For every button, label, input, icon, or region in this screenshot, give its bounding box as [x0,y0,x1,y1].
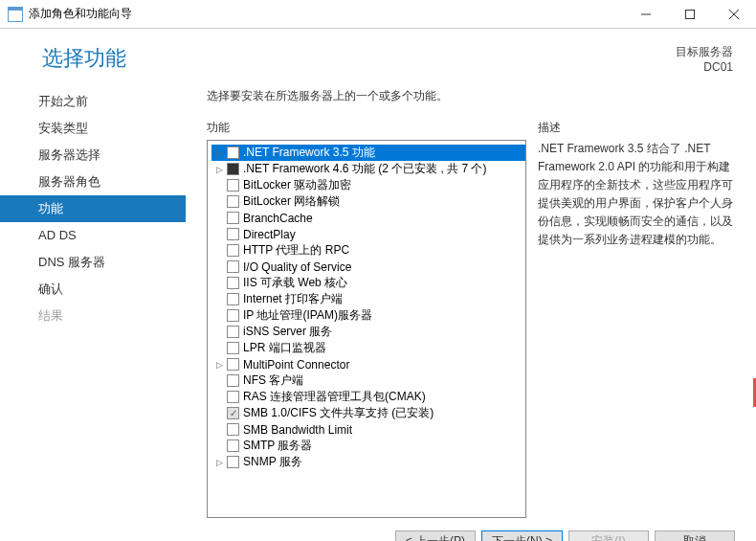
feature-row[interactable]: ▷IP 地址管理(IPAM)服务器 [211,307,525,324]
feature-row[interactable]: ▷Internet 打印客户端 [211,291,525,307]
feature-checkbox[interactable] [227,423,239,436]
feature-row[interactable]: ▷.NET Framework 3.5 功能 [211,145,525,161]
feature-label: I/O Quality of Service [243,260,351,274]
nav-item[interactable]: 服务器角色 [0,169,186,195]
feature-checkbox[interactable] [227,456,239,468]
nav-item[interactable]: DNS 服务器 [0,249,186,276]
feature-label: LPR 端口监视器 [243,340,326,356]
feature-row[interactable]: ▷.NET Framework 4.6 功能 (2 个已安装 , 共 7 个) [211,161,525,177]
feature-label: .NET Framework 3.5 功能 [243,145,375,161]
features-heading: 功能 [207,120,526,136]
window-title: 添加角色和功能向导 [29,6,624,22]
feature-label: BitLocker 网络解锁 [243,193,340,210]
feature-label: MultiPoint Connector [243,358,349,372]
description-text: .NET Framework 3.5 结合了 .NET Framework 2.… [538,140,735,249]
feature-label: BranchCache [243,212,313,225]
expander-icon[interactable]: ▷ [213,457,225,468]
feature-label: .NET Framework 4.6 功能 (2 个已安装 , 共 7 个) [243,161,486,177]
close-button[interactable] [712,0,756,28]
feature-checkbox[interactable] [227,374,239,387]
install-button[interactable]: 安装(I) [568,530,649,542]
footer: < 上一步(P) 下一步(N) > 安装(I) 取消 [0,518,756,541]
wizard-nav: 开始之前安装类型服务器选择服务器角色功能AD DSDNS 服务器确认结果 [0,82,186,518]
feature-label: HTTP 代理上的 RPC [243,242,349,259]
titlebar-buttons [624,0,756,28]
nav-item[interactable]: 功能 [0,195,186,222]
feature-row[interactable]: ▷DirectPlay [211,226,525,242]
main-panel: 选择要安装在所选服务器上的一个或多个功能。 功能 ▷.NET Framework… [186,82,756,518]
svg-rect-1 [686,10,695,18]
maximize-button[interactable] [668,0,712,28]
description-heading: 描述 [538,120,735,136]
feature-label: RAS 连接管理器管理工具包(CMAK) [243,389,426,405]
features-tree[interactable]: ▷.NET Framework 3.5 功能▷.NET Framework 4.… [207,140,526,518]
feature-label: NFS 客户端 [243,372,303,389]
feature-checkbox[interactable] [227,163,239,175]
feature-row[interactable]: ▷MultiPoint Connector [211,356,525,372]
columns: 功能 ▷.NET Framework 3.5 功能▷.NET Framework… [207,120,735,518]
server-info: 目标服务器 DC01 [676,44,733,75]
feature-row[interactable]: ▷iSNS Server 服务 [211,324,525,340]
feature-checkbox[interactable] [227,407,239,419]
feature-row[interactable]: ▷BitLocker 驱动器加密 [211,177,525,193]
feature-label: IIS 可承载 Web 核心 [243,275,347,291]
feature-checkbox[interactable] [227,391,239,403]
feature-label: Internet 打印客户端 [243,291,343,307]
nav-item[interactable]: AD DS [0,222,186,249]
body: 开始之前安装类型服务器选择服务器角色功能AD DSDNS 服务器确认结果 选择要… [0,82,756,518]
header: 选择功能 目标服务器 DC01 [0,29,756,82]
feature-row[interactable]: ▷RAS 连接管理器管理工具包(CMAK) [211,389,525,405]
nav-item[interactable]: 安装类型 [0,115,186,142]
feature-checkbox[interactable] [227,358,239,371]
feature-row[interactable]: ▷BranchCache [211,210,525,226]
feature-checkbox[interactable] [227,260,239,273]
nav-item[interactable]: 开始之前 [0,88,186,115]
nav-item[interactable]: 服务器选择 [0,142,186,169]
feature-checkbox[interactable] [227,342,239,354]
feature-checkbox[interactable] [227,212,239,224]
next-button[interactable]: 下一步(N) > [481,530,563,542]
feature-label: DirectPlay [243,228,296,241]
feature-checkbox[interactable] [227,228,239,240]
feature-row[interactable]: ▷I/O Quality of Service [211,259,525,275]
nav-item: 结果 [0,303,186,329]
cancel-button[interactable]: 取消 [655,530,735,542]
feature-checkbox[interactable] [227,277,239,289]
expander-icon[interactable]: ▷ [213,359,225,371]
feature-label: SMB 1.0/CIFS 文件共享支持 (已安装) [243,405,434,421]
feature-checkbox[interactable] [227,179,239,192]
expander-icon[interactable]: ▷ [213,147,225,159]
feature-label: SMTP 服务器 [243,438,312,454]
feature-row[interactable]: ▷IIS 可承载 Web 核心 [211,275,525,291]
feature-label: BitLocker 驱动器加密 [243,177,351,193]
instruction-text: 选择要安装在所选服务器上的一个或多个功能。 [207,88,735,104]
server-manager-icon [8,7,23,22]
previous-button[interactable]: < 上一步(P) [395,530,476,542]
feature-checkbox[interactable] [227,309,239,322]
feature-row[interactable]: ▷SMTP 服务器 [211,438,525,454]
feature-row[interactable]: ▷NFS 客户端 [211,372,525,389]
feature-label: SMB Bandwidth Limit [243,423,352,437]
titlebar: 添加角色和功能向导 [0,0,756,29]
feature-label: IP 地址管理(IPAM)服务器 [243,307,372,324]
feature-row[interactable]: ▷HTTP 代理上的 RPC [211,242,525,259]
feature-checkbox[interactable] [227,440,239,452]
feature-label: iSNS Server 服务 [243,324,332,340]
server-name: DC01 [676,59,733,75]
page-title: 选择功能 [42,44,126,73]
feature-row[interactable]: ▷BitLocker 网络解锁 [211,193,525,210]
expander-icon[interactable]: ▷ [213,164,225,175]
feature-row[interactable]: ▷SNMP 服务 [211,454,525,470]
feature-row[interactable]: ▷LPR 端口监视器 [211,340,525,356]
feature-row[interactable]: ▷SMB 1.0/CIFS 文件共享支持 (已安装) [211,405,525,421]
feature-checkbox[interactable] [227,244,239,257]
feature-label: SNMP 服务 [243,454,302,470]
feature-checkbox[interactable] [227,195,239,208]
nav-item[interactable]: 确认 [0,276,186,303]
feature-checkbox[interactable] [227,326,239,338]
features-column: 功能 ▷.NET Framework 3.5 功能▷.NET Framework… [207,120,526,518]
feature-checkbox[interactable] [227,147,239,159]
feature-row[interactable]: ▷SMB Bandwidth Limit [211,421,525,438]
minimize-button[interactable] [624,0,668,28]
feature-checkbox[interactable] [227,293,239,305]
